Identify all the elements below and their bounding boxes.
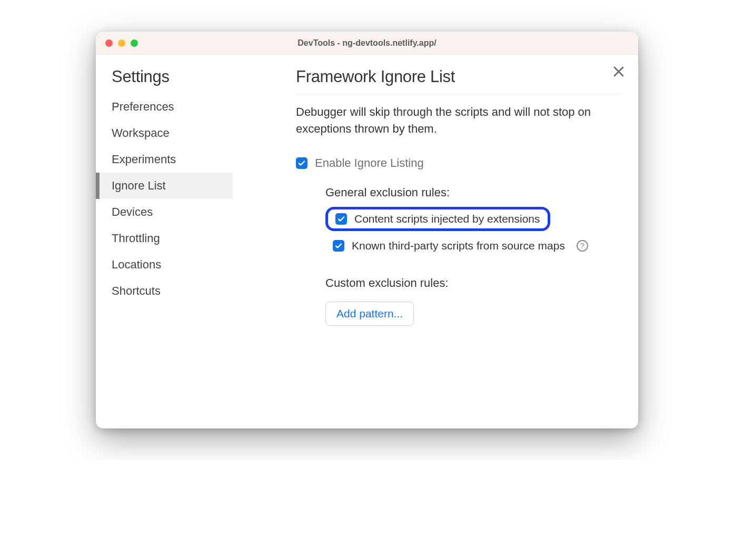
close-icon[interactable] xyxy=(613,65,624,80)
sidebar-item-label: Workspace xyxy=(112,126,170,139)
window-minimize-button[interactable] xyxy=(118,39,125,47)
general-rules-heading: General exclusion rules: xyxy=(325,186,620,199)
sidebar-item-label: Preferences xyxy=(112,100,174,113)
sidebar-item-locations[interactable]: Locations xyxy=(96,252,233,278)
traffic-lights xyxy=(96,39,138,47)
add-pattern-label: Add pattern... xyxy=(336,307,403,319)
devtools-settings-window: DevTools - ng-devtools.netlify.app/ Sett… xyxy=(96,32,638,428)
sidebar-item-ignore-list[interactable]: Ignore List xyxy=(96,173,233,199)
settings-main: Framework Ignore List Debugger will skip… xyxy=(233,55,638,428)
enable-ignore-listing-checkbox[interactable] xyxy=(296,157,308,169)
sidebar-item-label: Ignore List xyxy=(112,179,166,192)
sidebar-item-preferences[interactable]: Preferences xyxy=(96,94,233,120)
window-close-button[interactable] xyxy=(105,39,113,47)
sidebar-item-throttling[interactable]: Throttling xyxy=(96,225,233,252)
sidebar-title: Settings xyxy=(96,67,233,94)
sidebar-item-label: Experiments xyxy=(112,153,176,166)
enable-ignore-listing-row[interactable]: Enable Ignore Listing xyxy=(296,156,620,170)
enable-ignore-listing-label: Enable Ignore Listing xyxy=(315,156,424,170)
rule-content-scripts-row[interactable]: Content scripts injected by extensions xyxy=(325,207,550,231)
add-pattern-button[interactable]: Add pattern... xyxy=(325,302,414,326)
custom-rules-heading: Custom exclusion rules: xyxy=(325,276,620,290)
settings-body: Settings Preferences Workspace Experimen… xyxy=(96,55,638,428)
sidebar-item-shortcuts[interactable]: Shortcuts xyxy=(96,278,233,304)
rule-third-party-checkbox[interactable] xyxy=(333,240,344,252)
window-titlebar: DevTools - ng-devtools.netlify.app/ xyxy=(96,32,638,55)
sidebar-item-label: Locations xyxy=(112,258,161,271)
window-maximize-button[interactable] xyxy=(131,39,138,47)
rule-content-scripts-label: Content scripts injected by extensions xyxy=(354,213,540,225)
sidebar-item-label: Devices xyxy=(112,205,153,218)
page-title: Framework Ignore List xyxy=(296,67,620,94)
rule-third-party-row[interactable]: Known third-party scripts from source ma… xyxy=(325,235,620,256)
page-description: Debugger will skip through the scripts a… xyxy=(296,104,620,137)
settings-sidebar: Settings Preferences Workspace Experimen… xyxy=(96,55,233,428)
help-icon[interactable]: ? xyxy=(577,240,588,252)
sidebar-item-label: Shortcuts xyxy=(112,284,161,297)
sidebar-item-experiments[interactable]: Experiments xyxy=(96,146,233,173)
rule-third-party-label: Known third-party scripts from source ma… xyxy=(352,239,565,252)
sidebar-item-label: Throttling xyxy=(112,232,160,245)
sidebar-item-workspace[interactable]: Workspace xyxy=(96,120,233,146)
general-rules-group: Content scripts injected by extensions K… xyxy=(325,207,620,256)
rule-content-scripts-checkbox[interactable] xyxy=(335,213,347,225)
window-title: DevTools - ng-devtools.netlify.app/ xyxy=(96,38,638,48)
sidebar-item-devices[interactable]: Devices xyxy=(96,199,233,225)
